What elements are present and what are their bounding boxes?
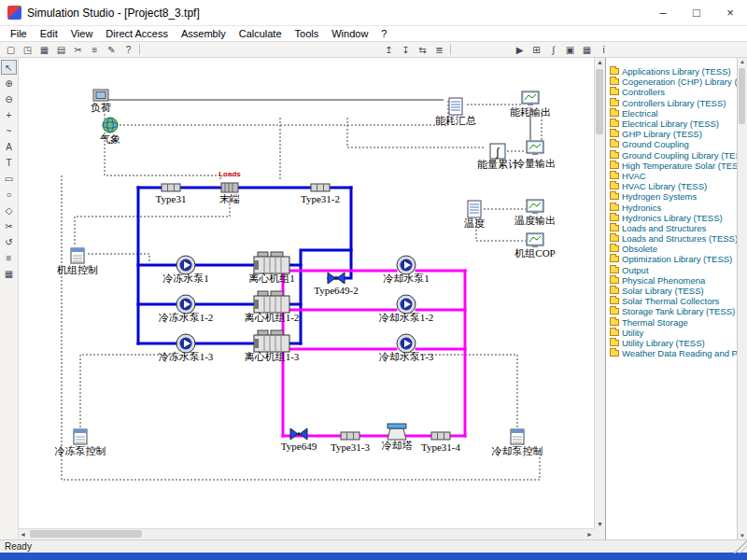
rectangle-tool[interactable]: ▭ [1,171,17,186]
tree-item-ghp-library-tess[interactable]: GHP Library (TESS) [606,129,737,139]
distribute-button[interactable]: ⇆ [415,43,430,57]
select-tool[interactable]: ↖ [1,60,17,75]
cut-button[interactable]: ✂ [70,43,86,57]
control-link[interactable] [80,355,176,427]
tree-item-controllers[interactable]: Controllers [606,87,737,97]
control-link[interactable] [417,355,517,427]
menu-direct-access[interactable]: Direct Access [99,26,175,41]
tree-item-high-temperature-solar-tess[interactable]: High Temperature Solar (TESS) [606,161,737,171]
component-chiller-3[interactable]: 离心机组1-3 [245,330,300,362]
lock-button[interactable]: ▣ [562,43,578,57]
component-type649[interactable]: Type649 [281,428,317,452]
menu-assembly[interactable]: Assembly [175,26,233,41]
scroll-down-icon[interactable]: ▼ [597,521,603,527]
menu-calculate[interactable]: Calculate [233,26,289,41]
diamond-tool[interactable]: ◇ [1,203,17,217]
direct-access-button[interactable]: ≡ [87,43,103,57]
tree-item-hvac-library-tess[interactable]: HVAC Library (TESS) [606,181,737,191]
component-chw-pump-control[interactable]: 冷冻泵控制 [55,429,106,456]
cut-tool[interactable]: ✂ [1,218,17,233]
canvas-svg[interactable]: 负荷气象Type31末端Type31-2能耗汇总能耗输出∫能量累计冷量输出温度温… [19,58,594,528]
panel-scrollbar[interactable]: ▲ ▼ [737,58,747,539]
tree-item-cogeneration-chp-library-tess[interactable]: Cogeneration (CHP) Library (TESS) [606,77,737,87]
order-button[interactable]: ≣ [431,43,447,57]
input-file-button[interactable]: ⊞ [529,43,544,57]
zoom-in-tool[interactable]: ⊕ [1,76,17,91]
undo-tool[interactable]: ↺ [1,234,17,249]
tree-item-hydronics-library-tess[interactable]: Hydronics Library (TESS) [606,213,737,223]
component-terminal[interactable]: 末端 [219,183,240,204]
print-button[interactable]: ▤ [53,43,69,57]
maximize-button[interactable]: □ [680,0,713,26]
component-cw-pump-control[interactable]: 冷却泵控制 [492,429,543,456]
tree-item-output[interactable]: Output [606,265,737,275]
component-temperature[interactable]: 温度 [464,201,485,229]
menu-tools[interactable]: Tools [289,26,326,41]
control-link[interactable] [105,106,220,181]
canvas-hscroll-thumb[interactable] [30,530,142,538]
tree-item-obsolete[interactable]: Obsolete [606,244,737,254]
tree-item-electrical-library-tess[interactable]: Electrical Library (TESS) [606,119,737,129]
tree-item-storage-tank-library-tess[interactable]: Storage Tank Library (TESS) [606,306,737,316]
control-link[interactable] [88,254,149,261]
component-chiller-2[interactable]: 离心机组1-2 [245,291,300,323]
menu-window[interactable]: Window [325,26,374,41]
tree-item-hydrogen-systems[interactable]: Hydrogen Systems [606,191,737,202]
menu-edit[interactable]: Edit [34,26,64,41]
tree-item-hvac[interactable]: HVAC [606,171,737,181]
integrator-button[interactable]: ∫ [545,43,561,57]
menu-file[interactable]: File [4,26,34,41]
text-tool[interactable]: T [1,155,17,170]
tree-item-solar-thermal-collectors[interactable]: Solar Thermal Collectors [606,296,737,306]
tree-item-optimization-library-tess[interactable]: Optimization Library (TESS) [606,254,737,264]
component-temp-output[interactable]: 温度输出 [514,200,556,226]
water-pipe[interactable] [329,250,351,278]
water-pipe[interactable] [301,188,351,343]
menu-help[interactable]: ? [374,26,393,41]
assembly-tool[interactable]: A [1,139,17,154]
tree-item-applications-library-tess[interactable]: Applications Library (TESS) [606,66,737,77]
tree-item-physical-phenomena[interactable]: Physical Phenomena [606,275,737,286]
circle-tool[interactable]: ○ [1,187,17,202]
grid-tool[interactable]: ▦ [1,266,17,281]
component-energy-summary[interactable]: 能耗汇总 [435,98,476,126]
open-button[interactable]: ◳ [20,43,35,57]
component-weather[interactable]: 气象 [100,118,120,145]
align-bottom-button[interactable]: ↧ [398,43,414,57]
tree-item-hydronics[interactable]: Hydronics [606,202,737,212]
tree-item-utility[interactable]: Utility [606,328,737,338]
component-chw-pump-2[interactable]: 冷冻水泵1-2 [159,295,214,323]
scroll-up-icon[interactable]: ▲ [597,59,603,65]
scroll-right-icon[interactable]: ► [586,531,593,538]
panel-scroll-thumb[interactable] [739,68,745,124]
close-button[interactable]: × [713,0,747,26]
minimize-button[interactable]: – [646,0,680,26]
info-button[interactable]: i [596,43,612,57]
panel-scroll-up-icon[interactable]: ▲ [740,59,745,64]
tree-item-thermal-storage[interactable]: Thermal Storage [606,317,737,328]
save-button[interactable]: ▦ [36,43,52,57]
component-unit-control[interactable]: 机组控制 [57,248,98,275]
pan-tool[interactable]: + [1,107,17,122]
menu-view[interactable]: View [64,26,100,41]
resize-grip[interactable] [734,540,747,553]
scroll-left-icon[interactable]: ◄ [20,531,26,538]
control-link[interactable] [75,196,230,246]
component-chiller-1[interactable]: 离心机组1 [248,252,295,284]
canvas-vscroll-thumb[interactable] [596,69,603,134]
tree-item-loads-and-structures-tess[interactable]: Loads and Structures (TESS) [606,233,737,244]
component-load[interactable]: 负荷 [91,90,111,113]
tree-item-ground-coupling[interactable]: Ground Coupling [606,139,737,149]
align-top-button[interactable]: ↥ [381,43,397,57]
grid-button[interactable]: ▦ [579,43,595,57]
tree-item-weather-data-reading-and-process[interactable]: Weather Data Reading and Process [606,348,737,358]
link-tool[interactable]: ~ [1,123,17,138]
component-cooling-output[interactable]: 冷量输出 [514,141,556,169]
component-chw-pump-1[interactable]: 冷冻水泵1 [162,256,209,284]
help-button[interactable]: ? [120,43,136,57]
tree-item-utility-library-tess[interactable]: Utility Library (TESS) [606,338,737,348]
tree-item-loads-and-structures[interactable]: Loads and Structures [606,223,737,233]
tree-item-ground-coupling-library-tess[interactable]: Ground Coupling Library (TESS) [606,150,737,161]
component-unit-cop[interactable]: 机组COP [514,233,555,259]
tree-item-electrical[interactable]: Electrical [606,108,737,119]
